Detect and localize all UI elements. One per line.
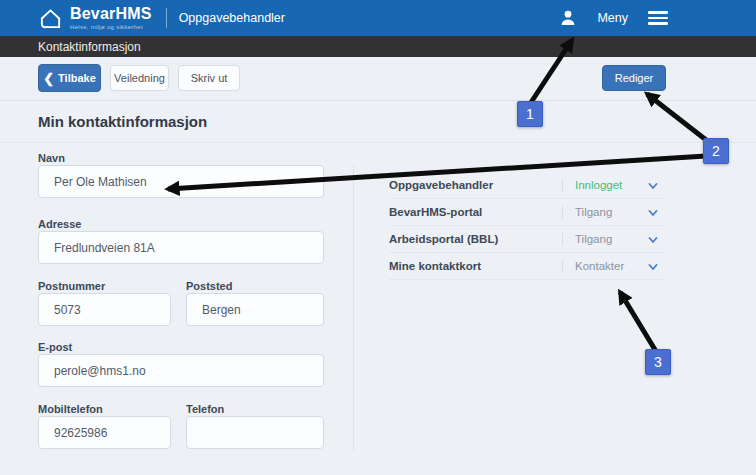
hamburger-icon[interactable] (648, 11, 668, 25)
back-button[interactable]: ❮ Tilbake (38, 64, 101, 92)
menu-button[interactable]: Meny (597, 11, 628, 25)
postal-code-label: Postnummer (38, 280, 105, 292)
city-label: Poststed (186, 280, 232, 292)
name-field[interactable] (38, 165, 324, 198)
access-list: Oppgavebehandler Innlogget BevarHMS-port… (389, 172, 666, 280)
status-badge: Tilgang (575, 233, 612, 245)
app-header: BevarHMS Helse, miljø og sikkerhet Oppga… (0, 0, 756, 36)
status-divider (562, 233, 563, 246)
brand-name: BevarHMS (70, 6, 152, 22)
title-band: Min kontaktinformasjon (0, 101, 756, 143)
status-divider (562, 179, 563, 192)
brand-logo: BevarHMS Helse, miljø og sikkerhet (38, 6, 152, 31)
list-item-bevarhms-portal[interactable]: BevarHMS-portal Tilgang (389, 199, 666, 226)
page-title: Min kontaktinformasjon (38, 113, 207, 130)
list-item-label: Mine kontaktkort (389, 260, 481, 272)
address-field[interactable] (38, 231, 324, 264)
status-badge: Tilgang (575, 206, 612, 218)
back-button-label: Tilbake (58, 72, 96, 84)
user-icon[interactable] (559, 9, 577, 27)
city-field[interactable] (186, 293, 324, 326)
chevron-down-icon[interactable] (648, 208, 658, 218)
column-divider (353, 165, 354, 451)
chevron-down-icon[interactable] (648, 262, 658, 272)
list-item-mine-kontaktkort[interactable]: Mine kontaktkort Kontakter (389, 253, 666, 280)
list-item-oppgavebehandler[interactable]: Oppgavebehandler Innlogget (389, 172, 666, 199)
print-button[interactable]: Skriv ut (178, 65, 240, 91)
annotation-step-2: 2 (703, 138, 729, 164)
status-divider (562, 260, 563, 273)
brand-tagline: Helse, miljø og sikkerhet (70, 24, 152, 30)
email-field[interactable] (38, 354, 324, 387)
chevron-down-icon[interactable] (648, 235, 658, 245)
breadcrumb-bar: Kontaktinformasjon (0, 36, 756, 57)
email-label: E-post (38, 341, 72, 353)
address-label: Adresse (38, 218, 81, 230)
mobile-phone-label: Mobiltelefon (38, 403, 103, 415)
mobile-phone-field[interactable] (38, 416, 171, 449)
header-divider (166, 8, 167, 28)
list-item-label: Oppgavebehandler (389, 179, 493, 191)
postal-code-field[interactable] (38, 293, 171, 326)
annotation-step-1: 1 (517, 101, 543, 127)
list-item-label: Arbeidsportal (BBL) (389, 233, 498, 245)
app-title: Oppgavebehandler (179, 11, 285, 25)
chevron-left-icon: ❮ (43, 71, 54, 86)
toolbar: ❮ Tilbake Veiledning Skriv ut Rediger (0, 57, 756, 101)
status-badge: Innlogget (575, 179, 622, 191)
list-item-label: BevarHMS-portal (389, 206, 482, 218)
status-badge: Kontakter (575, 260, 624, 272)
breadcrumb: Kontaktinformasjon (38, 40, 141, 54)
name-label: Navn (38, 152, 65, 164)
annotation-step-3: 3 (645, 349, 671, 375)
house-hand-icon (38, 6, 63, 31)
guide-button[interactable]: Veiledning (110, 65, 169, 91)
phone-label: Telefon (186, 403, 224, 415)
phone-field[interactable] (186, 416, 324, 449)
list-item-arbeidsportal[interactable]: Arbeidsportal (BBL) Tilgang (389, 226, 666, 253)
status-divider (562, 206, 563, 219)
edit-button[interactable]: Rediger (602, 65, 666, 91)
chevron-down-icon[interactable] (648, 181, 658, 191)
